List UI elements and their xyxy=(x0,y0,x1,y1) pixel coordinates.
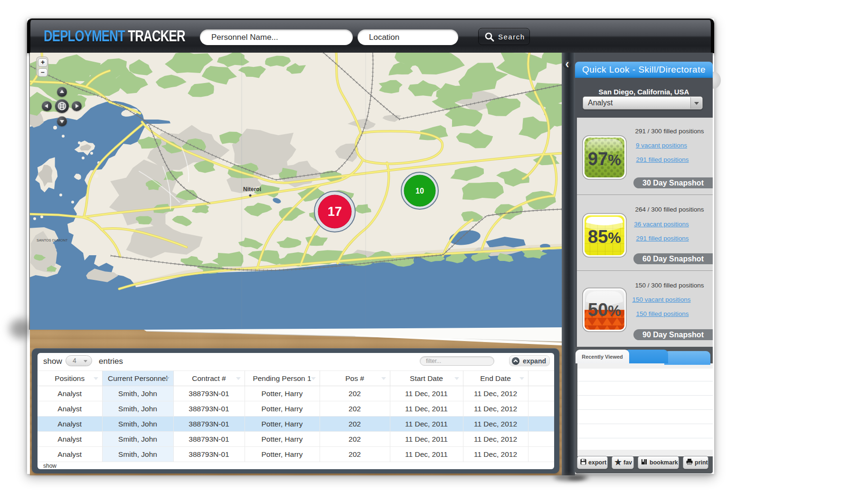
svg-text:SANTOS DUMONT: SANTOS DUMONT xyxy=(37,238,68,242)
svg-text:17: 17 xyxy=(328,204,342,219)
svg-text:10: 10 xyxy=(415,187,424,195)
svg-text:85%: 85% xyxy=(588,227,621,247)
svg-text:97%: 97% xyxy=(588,149,621,169)
svg-text:Niteroi: Niteroi xyxy=(243,186,261,193)
svg-text:50%: 50% xyxy=(588,300,621,320)
